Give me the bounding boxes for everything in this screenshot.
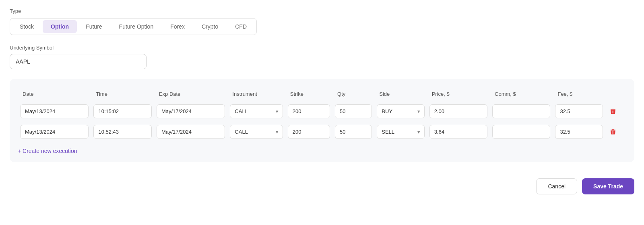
tab-option[interactable]: Option [43,20,77,33]
trash-icon [609,128,617,136]
type-tabs: Stock Option Future Future Option Forex … [10,18,257,35]
col-header-date: Date [18,87,91,101]
row2-time-input[interactable] [93,125,151,139]
row1-delete-button[interactable] [608,106,618,117]
table-row: CALL ▼ SELL ▼ [18,122,626,142]
row1-side-select[interactable]: BUY ▼ [377,104,424,118]
col-header-delete [605,87,626,101]
row1-qty-input[interactable] [335,104,372,118]
tab-future[interactable]: Future [78,20,110,33]
col-header-strike: Strike [285,87,332,101]
col-header-time: Time [91,87,154,101]
row2-strike-input[interactable] [288,125,330,139]
col-header-instrument: Instrument [227,87,285,101]
row1-instrument-select[interactable]: CALL ▼ [230,104,283,118]
row2-side-select[interactable]: SELL ▼ [377,125,424,139]
executions-table-container: Date Time Exp Date Instrument Strike Qty… [10,79,634,162]
row2-expdate-input[interactable] [157,125,225,139]
tab-future-option[interactable]: Future Option [111,20,162,33]
row1-expdate-input[interactable] [157,104,225,118]
row1-side-value: BUY [382,108,392,114]
executions-table: Date Time Exp Date Instrument Strike Qty… [18,87,626,142]
create-execution-button[interactable]: + Create new execution [18,148,77,154]
type-label: Type [10,8,634,14]
row1-side-chevron: ▼ [417,109,421,114]
table-row: CALL ▼ BUY ▼ [18,101,626,122]
col-header-expdate: Exp Date [154,87,227,101]
col-header-price: Price, $ [427,87,490,101]
row2-qty-input[interactable] [335,125,372,139]
row1-strike-input[interactable] [288,104,330,118]
row2-comm-input[interactable] [492,125,550,139]
tab-forex[interactable]: Forex [162,20,193,33]
type-section: Type Stock Option Future Future Option F… [10,8,634,35]
col-header-comm: Comm, $ [490,87,553,101]
row2-side-value: SELL [382,129,394,135]
cancel-button[interactable]: Cancel [536,178,577,194]
row2-side-chevron: ▼ [417,130,421,134]
trash-icon [609,108,617,115]
col-header-fee: Fee, $ [553,87,605,101]
row2-date-input[interactable] [20,125,89,139]
row1-price-input[interactable] [429,104,487,118]
tab-crypto[interactable]: Crypto [194,20,226,33]
row1-date-input[interactable] [20,104,89,118]
row1-instrument-value: CALL [235,108,248,114]
row1-fee-input[interactable] [555,104,603,118]
footer: Cancel Save Trade [10,172,634,196]
row2-instrument-select[interactable]: CALL ▼ [230,125,283,139]
row1-time-input[interactable] [93,104,151,118]
row2-price-input[interactable] [429,125,487,139]
save-trade-button[interactable]: Save Trade [582,178,634,194]
row2-delete-button[interactable] [608,127,618,137]
tab-stock[interactable]: Stock [12,20,42,33]
row1-instrument-chevron: ▼ [275,109,279,114]
row2-instrument-chevron: ▼ [275,130,279,134]
underlying-symbol-input[interactable] [10,54,147,69]
row1-comm-input[interactable] [492,104,550,118]
underlying-section: Underlying Symbol [10,45,634,79]
col-header-side: Side [374,87,427,101]
table-header-row: Date Time Exp Date Instrument Strike Qty… [18,87,626,101]
tab-cfd[interactable]: CFD [227,20,255,33]
row2-fee-input[interactable] [555,125,603,139]
col-header-qty: Qty [332,87,374,101]
row2-instrument-value: CALL [235,129,248,135]
underlying-label: Underlying Symbol [10,45,634,51]
